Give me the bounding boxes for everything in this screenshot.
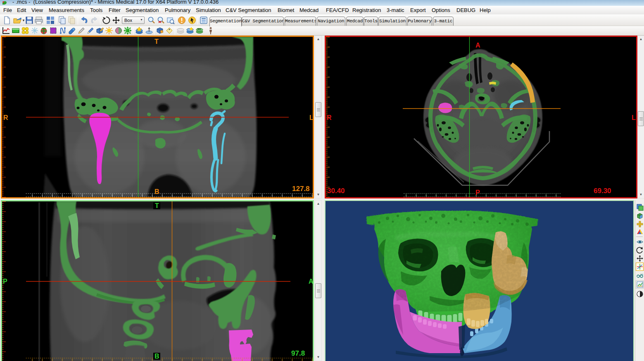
svg-text:97.8: 97.8 <box>291 349 305 357</box>
svg-text:A: A <box>475 42 480 49</box>
svg-text:A: A <box>309 278 313 285</box>
svg-text:R: R <box>327 114 332 121</box>
svg-text:127.8: 127.8 <box>292 185 310 193</box>
svg-text:P: P <box>3 278 7 285</box>
svg-text:P: P <box>475 189 480 196</box>
svg-text:60: 60 <box>640 273 643 276</box>
svg-text:B: B <box>154 188 159 195</box>
svg-text:30.40: 30.40 <box>327 187 345 195</box>
svg-text:T: T <box>155 202 159 209</box>
svg-text:3D: 3D <box>197 27 201 31</box>
svg-text:L: L <box>309 114 313 121</box>
svg-text:69.30: 69.30 <box>594 187 611 195</box>
svg-text:L: L <box>632 114 636 121</box>
svg-text:R: R <box>3 114 8 121</box>
svg-text:T: T <box>154 38 159 45</box>
svg-text:B: B <box>154 353 159 360</box>
